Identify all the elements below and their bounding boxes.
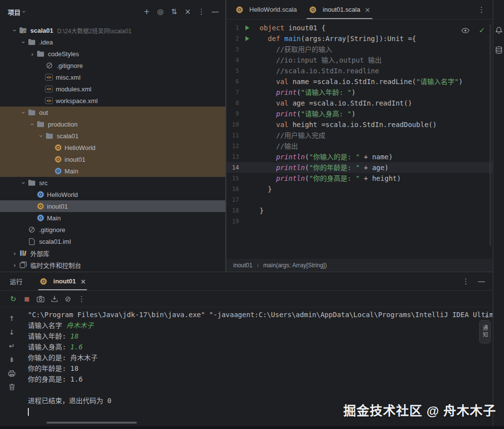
tree-item[interactable]: <>workspace.xml xyxy=(0,95,225,107)
tree-item[interactable]: <>misc.xml xyxy=(0,71,225,83)
tree-item[interactable]: OMain xyxy=(0,212,225,224)
notifications-icon[interactable] xyxy=(494,25,504,35)
print-icon[interactable] xyxy=(6,367,18,379)
code-line[interactable]: 1object inout01 { xyxy=(226,22,493,33)
breadcrumb-item[interactable]: inout01 xyxy=(233,262,252,269)
clear-console-trash-icon[interactable] xyxy=(6,381,18,393)
tree-item[interactable]: ›.idea xyxy=(0,36,225,48)
chevron-expanded-icon[interactable]: › xyxy=(20,179,27,187)
tree-item[interactable]: OMain xyxy=(0,165,225,177)
code-editor[interactable]: 1object inout01 {2 def main(args:Array[S… xyxy=(226,20,493,259)
dump-icon[interactable] xyxy=(48,293,61,305)
run-config-icon: O xyxy=(40,278,47,285)
chevron-collapsed-icon[interactable]: › xyxy=(11,250,19,257)
code-line[interactable]: 8 val age =scala.io.StdIn.readInt() xyxy=(226,98,493,108)
tree-item[interactable]: ›scala01 xyxy=(0,130,225,142)
code-line[interactable]: 7 print("请输入年龄: ") xyxy=(226,87,493,98)
chevron-collapsed-icon[interactable]: › xyxy=(11,261,19,269)
chevron-expanded-icon[interactable]: › xyxy=(38,132,45,140)
code-line[interactable]: 19 xyxy=(226,216,493,227)
inspections-ok-icon[interactable]: ✓ xyxy=(479,26,485,35)
new-item-icon[interactable]: + xyxy=(140,5,153,18)
tree-item[interactable]: ›外部库 xyxy=(0,247,225,259)
database-icon[interactable] xyxy=(494,45,504,55)
right-stripe-tab[interactable]: 通知 xyxy=(479,320,491,343)
code-line[interactable]: 4 //io:input 输入,output 输出 xyxy=(226,55,493,65)
select-opened-file-icon[interactable]: ◎ xyxy=(154,5,167,18)
breadcrumb-item[interactable]: main(args: Array[String]) xyxy=(263,262,327,269)
chevron-expanded-icon[interactable]: › xyxy=(20,38,27,46)
run-gutter-icon[interactable] xyxy=(241,33,253,44)
tree-item[interactable]: ›production xyxy=(0,118,225,130)
code-token: "请输入身高: " xyxy=(301,110,351,118)
code-line[interactable]: 12 //输出 xyxy=(226,141,493,151)
chevron-expanded-icon[interactable]: › xyxy=(11,26,19,34)
stop-icon[interactable]: ■ xyxy=(21,293,33,305)
tree-item[interactable]: ›scala01D:\24大数据2班吴同\scala01 xyxy=(0,24,225,36)
code-line[interactable]: 2 def main(args:Array[String]):Unit ={ xyxy=(226,33,493,44)
tree-item[interactable]: Oinout01 xyxy=(0,153,225,165)
hide-panel-icon[interactable]: — xyxy=(209,5,221,18)
code-line[interactable]: 13 println("你输入的是: " + name) xyxy=(226,151,493,162)
code-line[interactable]: 16 } xyxy=(226,184,493,194)
clear-icon[interactable]: ⊘ xyxy=(62,293,74,305)
code-line[interactable]: 6 val name =scala.io.StdIn.readLine("请输入… xyxy=(226,76,493,87)
line-number: 15 xyxy=(226,173,241,184)
chevron-left-icon[interactable]: ‹ xyxy=(485,311,488,321)
tree-item[interactable]: scala01.iml xyxy=(0,236,225,247)
run-gutter-icon[interactable] xyxy=(241,22,253,33)
tree-item-label: HelloWorld xyxy=(47,191,78,198)
code-line[interactable]: 10 val height =scala.io.StdIn.readDouble… xyxy=(226,119,493,130)
gutter-spacer xyxy=(241,151,253,162)
code-line[interactable]: 9 print("请输入身高: ") xyxy=(226,108,493,119)
down-stack-trace-icon[interactable]: ↓ xyxy=(6,326,18,338)
tree-item[interactable]: Oinout01 xyxy=(0,200,225,212)
code-line[interactable]: 5 //scala.io.StdIn.readline xyxy=(226,65,493,76)
tree-item[interactable]: ›src xyxy=(0,177,225,189)
chevron-collapsed-icon[interactable]: › xyxy=(28,50,36,58)
code-line[interactable]: 11 //用户输入完成 xyxy=(226,130,493,141)
expand-collapse-icon[interactable]: ⇅ xyxy=(168,5,180,18)
scroll-to-end-icon[interactable]: ⇟ xyxy=(6,354,18,365)
run-tab-inout01[interactable]: O inout01 × xyxy=(35,272,90,290)
up-stack-trace-icon[interactable]: ↑ xyxy=(6,313,18,324)
watermark: 掘金技术社区 @ 舟木木子 xyxy=(343,401,496,419)
soft-wrap-icon[interactable]: ↵ xyxy=(6,340,18,352)
panel-splitter[interactable] xyxy=(226,0,226,272)
hide-panel-icon[interactable]: — xyxy=(475,275,488,288)
more-options-icon[interactable]: ⋮ xyxy=(75,293,88,305)
tree-item[interactable]: ›out xyxy=(0,107,225,118)
camera-icon[interactable] xyxy=(34,293,47,305)
close-icon[interactable]: × xyxy=(181,5,194,18)
more-options-icon[interactable]: ⋮ xyxy=(460,275,472,288)
tree-item[interactable]: ›临时文件和控制台 xyxy=(0,259,225,271)
tree-item[interactable]: OHelloWorld xyxy=(0,189,225,200)
console-token: 舟木木子 xyxy=(66,322,93,329)
editor-tab-helloworld[interactable]: O HelloWorld.scala xyxy=(229,0,303,19)
editor-tab-inout01[interactable]: O inout01.scala × xyxy=(303,0,376,19)
reader-mode-eye-icon[interactable] xyxy=(459,24,472,37)
rerun-icon[interactable]: ↻ xyxy=(7,293,20,305)
code-line[interactable]: 14 println("你的年龄是: " + age) xyxy=(226,162,493,173)
line-number: 19 xyxy=(226,216,241,227)
chevron-expanded-icon[interactable]: › xyxy=(29,120,36,128)
tree-item[interactable]: .gitignore xyxy=(0,60,225,71)
close-tab-icon[interactable]: × xyxy=(80,278,86,285)
more-options-icon[interactable]: ⋮ xyxy=(475,3,488,16)
code-line[interactable]: 15 println("你的身高是: " + height) xyxy=(226,173,493,184)
gutter-spacer xyxy=(241,98,253,108)
tree-item[interactable]: OHelloWorld xyxy=(0,142,225,153)
project-view-selector[interactable]: 项目 › xyxy=(8,7,25,17)
tree-item[interactable]: <>modules.xml xyxy=(0,83,225,95)
code-line[interactable]: 3 //获取用户的输入 xyxy=(226,44,493,55)
close-tab-icon[interactable]: × xyxy=(365,6,371,14)
code-line[interactable]: 18} xyxy=(226,205,493,216)
chevron-expanded-icon[interactable]: › xyxy=(20,108,27,116)
tree-item[interactable]: .gitignore xyxy=(0,224,225,236)
horizontal-scrollbar[interactable] xyxy=(46,422,137,424)
tree-item[interactable]: ›codeStyles xyxy=(0,48,225,60)
editor-scrollbar[interactable] xyxy=(489,24,491,246)
more-options-icon[interactable]: ⋮ xyxy=(195,5,208,18)
tab-label: inout01.scala xyxy=(323,6,360,13)
code-line[interactable]: 17 xyxy=(226,194,493,205)
